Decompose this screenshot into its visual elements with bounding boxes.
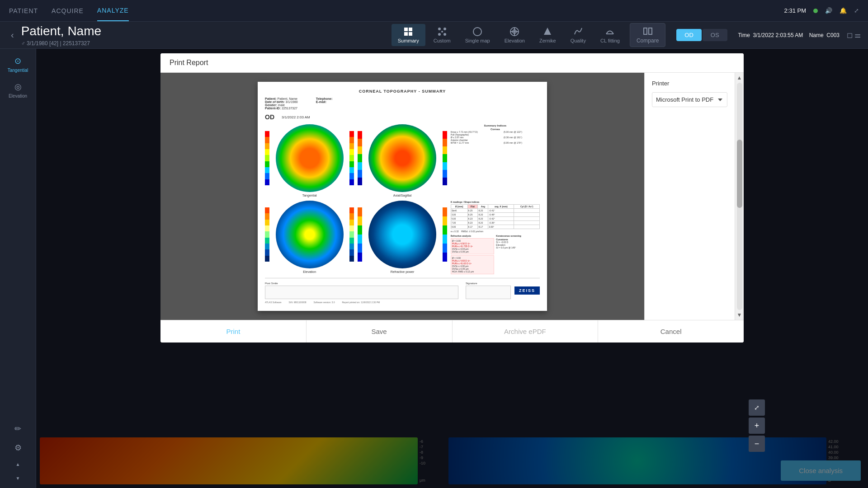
k-row-5: 5.00 8.23 8.20 -0.42° [451,217,539,221]
software-info: ATLAS Software S/N: 9801100008 Software … [265,301,540,304]
scroll-up-icon[interactable]: ▲ [737,75,742,81]
id-label: Patient-ID: [265,107,281,110]
tab-custom[interactable]: Custom [427,24,457,46]
os-button[interactable]: OS [703,29,727,41]
patient-name-row: Patient: Patient, Name [265,97,298,100]
tab-zernike[interactable]: Zernike [533,24,562,46]
map-axial-inner [358,124,447,192]
signature-section: Signature [466,282,511,299]
k-row-sim: SimK 8.25 8.20 -0.41° [451,209,539,213]
printer-select[interactable]: Microsoft Print to PDF HP LaserJet Fax [652,92,727,107]
map-refractive-inner [358,201,447,268]
colorbar-left-2 [358,131,362,185]
software-version: Software version: 3.0 [314,301,335,304]
back-button[interactable]: ‹ [7,26,18,44]
patient-details-block: Patient: Patient, Name Date of birth: 3/… [265,97,298,110]
second-toolbar: ‹ Patient, Name ♂ 3/1/1980 [42] | 225137… [0,22,868,49]
printer-settings-panel: Printer Microsoft Print to PDF HP LaserJ… [644,73,735,320]
shape-indices: e ≤ 0.32 RMSd: ± 0.02 μm/mm [451,230,540,233]
k-row-3: 3.00 8.25 8.20 -0.48° [451,213,539,217]
tab-quality[interactable]: Quality [564,24,592,46]
sidebar-chevron-down[interactable]: ▼ [0,472,36,484]
k-readings-title: K readings / Shape indices [451,201,540,203]
svg-rect-0 [404,28,408,31]
map-tangential-inner [265,124,354,192]
print-button[interactable]: Print [160,320,307,343]
curvatures-section: Curvatures SI = -0.03 D Elevation SI = 0… [496,238,540,249]
sidebar-item-tangential[interactable]: ⊙ Tangential [0,52,36,76]
current-time: 2:31 PM [784,7,806,14]
refractive-map-label: Refractive power [358,270,447,273]
tel-row: Telephone: [316,97,333,100]
svg-point-7 [443,33,446,36]
tab-cl-fitting[interactable]: CL fitting [594,24,626,46]
colorbar-left-3 [265,207,269,262]
scrollbar[interactable]: ▲ ▼ [735,73,744,320]
keratoconus-title: Keratoconus screening [496,235,540,237]
k-table: Ø [mm] Flat Avg avg. K (mm) Cyl (D / Ax°… [451,204,540,229]
gender-label: Gender: [265,103,277,107]
compare-label: Compare [637,38,659,44]
sidebar-chevron-up[interactable]: ▲ [0,458,36,470]
svg-point-5 [443,28,446,30]
nav-patient[interactable]: PATIENT [9,1,38,21]
dob-row: Date of birth: 3/1/1980 [265,100,298,103]
time-label: Time [738,32,750,38]
atlas-software-label: ATLAS Software [265,301,282,304]
tab-elevation[interactable]: Elevation [498,24,531,46]
post-smile-label: Post Smile [265,282,458,285]
visualization-area: -6 -7 -8 -9 -10 μm 42.00 41.00 40.00 39.… [36,49,868,488]
name-label: Name [809,32,824,38]
tangential-icon: ⊙ [14,56,21,66]
sidebar-item-elevation[interactable]: ◎ Elevation [0,78,36,102]
compare-button[interactable]: Compare [630,23,665,47]
svg-rect-1 [409,28,412,31]
patient-info-area: Patient, Name ♂ 3/1/1980 [42] | 22513732… [21,24,105,47]
tab-summary[interactable]: Summary [392,24,425,46]
dialog-title: Print Report [170,59,208,67]
colorbar-left-4 [358,207,362,262]
window-split-icon[interactable]: ⚌ [854,31,861,39]
maps-row: Tangential [265,124,540,197]
elevation-icon: ◎ [14,82,22,92]
archive-button[interactable]: Archive ePDF [453,320,599,343]
cancel-button[interactable]: Cancel [598,320,744,343]
top-navigation: PATIENT ACQUIRE ANALYZE 2:31 PM 🔊 🔔 ⤢ [0,0,868,22]
elevation-label: Elevation [9,94,27,99]
window-expand-icon[interactable]: ◻ [847,31,853,39]
keratoconus-screening: Keratoconus screening Curvatures SI = -0… [496,235,540,274]
svg-rect-3 [409,32,412,36]
svg-rect-15 [644,28,647,34]
map-refractive: Refractive power [358,201,447,274]
single-map-tab-label: Single map [465,38,490,43]
name-value: C003 [826,32,840,38]
map-elevation: Elevation [265,201,354,274]
serial-number: S/N: 9801100008 [289,301,307,304]
tab-single-map[interactable]: Single map [459,24,496,46]
refractive-map-circle [368,201,436,268]
footer-right: Signature ZEISS [466,282,540,299]
id-row: Patient-ID: 225137327 [265,107,298,110]
connection-status-icon [813,9,818,13]
svg-point-8 [441,31,443,33]
top-right-area: 2:31 PM 🔊 🔔 ⤢ [784,7,859,14]
summary-indices: Summary Indices Cornea Kmax ≤ 7.71 mm (4… [451,124,540,197]
od-button[interactable]: OD [676,29,702,41]
custom-tab-label: Custom [434,38,451,43]
patient-name: Patient, Name [21,24,101,38]
left-sidebar: ⊙ Tangential ◎ Elevation ✏ ⚙ ▲ ▼ [0,49,36,488]
axial-map-circle [368,124,436,192]
scroll-down-icon[interactable]: ▼ [737,312,742,318]
printer-label: Printer [652,80,727,87]
expand-icon: ⤢ [854,7,859,14]
analysis-screening: Refractive analysis Ø = 3.00 PURy ≤ 4.50… [451,235,540,274]
save-button[interactable]: Save [307,320,453,343]
scroll-track [737,83,742,310]
nav-analyze[interactable]: ANALYZE [97,0,129,21]
email-label: E-mail: [316,100,326,103]
nav-acquire[interactable]: ACQUIRE [52,1,84,21]
sidebar-settings-button[interactable]: ⚙ [0,439,36,456]
chevron-up-icon: ▲ [16,462,20,467]
document-footer: Post Smile Signature ZEISS [265,278,540,299]
sidebar-edit-button[interactable]: ✏ [0,420,36,437]
